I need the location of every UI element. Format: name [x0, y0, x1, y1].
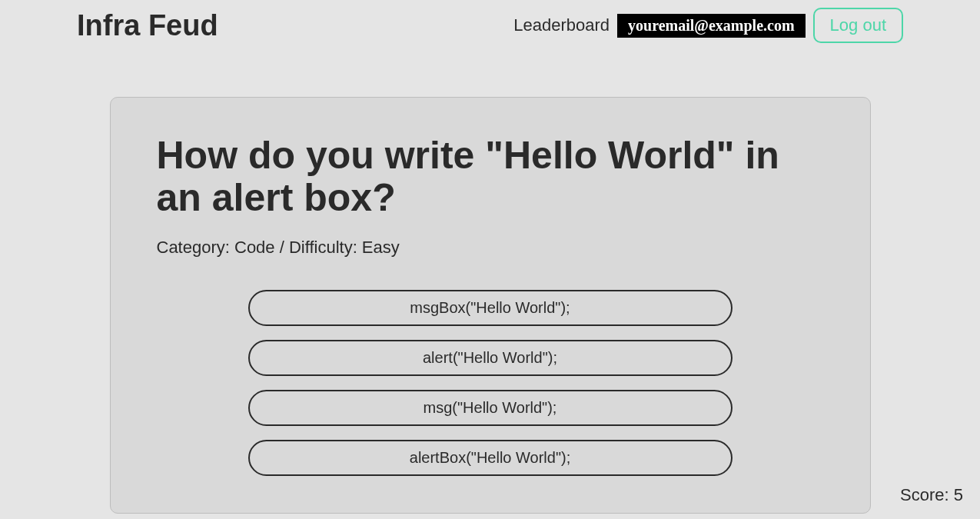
user-email-badge: youremail@example.com: [617, 14, 806, 38]
answer-option-0[interactable]: msgBox("Hello World");: [248, 290, 733, 326]
question-title: How do you write "Hello World" in an ale…: [157, 135, 824, 219]
app-title: Infra Feud: [77, 9, 218, 42]
answer-option-2[interactable]: msg("Hello World");: [248, 390, 733, 426]
question-card: How do you write "Hello World" in an ale…: [110, 97, 871, 514]
header-right: Leaderboard youremail@example.com Log ou…: [513, 8, 903, 43]
answer-option-3[interactable]: alertBox("Hello World");: [248, 440, 733, 476]
logout-button[interactable]: Log out: [813, 8, 903, 43]
header: Infra Feud Leaderboard youremail@example…: [0, 0, 980, 51]
answer-option-1[interactable]: alert("Hello World");: [248, 340, 733, 376]
question-meta: Category: Code / Difficulty: Easy: [157, 238, 824, 258]
score-label: Score: 5: [900, 485, 963, 505]
answer-options: msgBox("Hello World"); alert("Hello Worl…: [157, 290, 824, 476]
leaderboard-link[interactable]: Leaderboard: [513, 15, 610, 35]
